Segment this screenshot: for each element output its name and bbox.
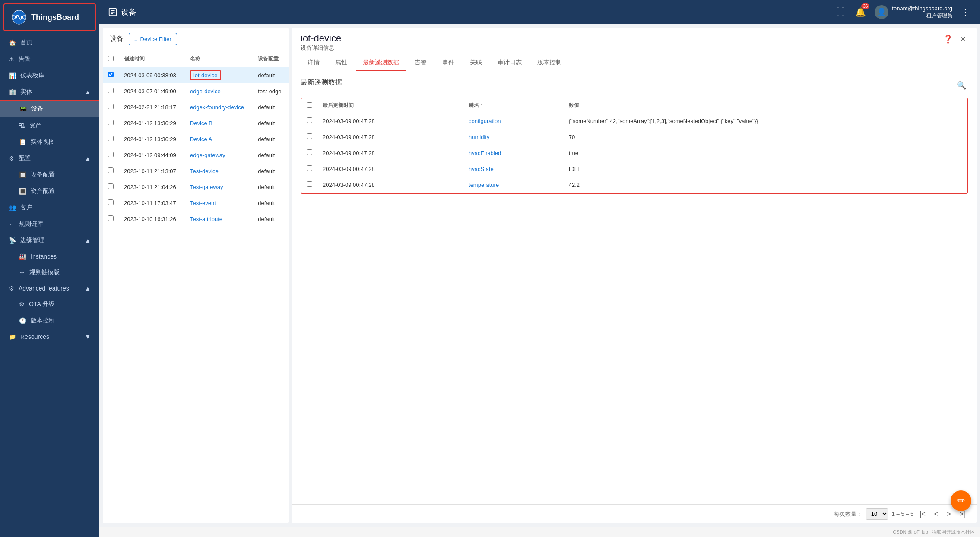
sidebar-group-config[interactable]: ⚙ 配置 ▲ xyxy=(0,150,99,167)
device-name[interactable]: Test-device xyxy=(185,163,253,179)
device-filter-button[interactable]: ≡ Device Filter xyxy=(129,33,177,45)
sidebar-item-devices-label: 设备 xyxy=(31,105,43,113)
device-table-row[interactable]: 2024-01-12 13:36:29Device Adefault xyxy=(103,131,289,147)
next-page-button[interactable]: > xyxy=(944,509,953,519)
tab-最新遥测数据[interactable]: 最新遥测数据 xyxy=(356,55,406,71)
telem-row-checkbox[interactable] xyxy=(307,165,312,171)
device-table-row[interactable]: 2023-10-11 17:03:47Test-eventdefault xyxy=(103,195,289,211)
select-all-checkbox[interactable] xyxy=(108,56,114,61)
sidebar-item-devices[interactable]: 📟 设备 xyxy=(0,100,99,117)
row-checkbox[interactable] xyxy=(108,72,114,77)
device-name[interactable]: Device B xyxy=(185,115,253,131)
device-table-row[interactable]: 2023-10-11 21:04:26Test-gatewaydefault xyxy=(103,179,289,195)
sidebar-item-dashboards[interactable]: 📊 仪表板库 xyxy=(0,67,99,84)
row-checkbox[interactable] xyxy=(108,152,114,157)
sidebar-group-edge-mgmt[interactable]: 📡 边缘管理 ▲ xyxy=(0,232,99,249)
row-checkbox[interactable] xyxy=(108,167,114,173)
telemetry-row[interactable]: 2024-03-09 00:47:28temperature42.2 xyxy=(301,177,967,193)
telem-key: hvacEnabled xyxy=(463,145,564,161)
sidebar-item-alerts[interactable]: ⚠ 告警 xyxy=(0,51,99,67)
device-table-row[interactable]: 2023-10-11 21:13:07Test-devicedefault xyxy=(103,163,289,179)
device-table-row[interactable]: 2024-01-12 13:36:29Device Bdefault xyxy=(103,115,289,131)
user-menu[interactable]: 👤 tenant@thingsboard.org 租户管理员 xyxy=(875,5,952,19)
telem-select-all-checkbox[interactable] xyxy=(307,102,312,108)
device-name[interactable]: edge-device xyxy=(185,83,253,99)
sidebar-item-rule-templates-label: 规则链模版 xyxy=(29,268,60,276)
sidebar-item-asset-profiles[interactable]: 🔳 资产配置 xyxy=(0,183,99,199)
telemetry-row[interactable]: 2024-03-09 00:47:28hvacEnabledtrue xyxy=(301,145,967,161)
row-checkbox[interactable] xyxy=(108,104,114,109)
telem-row-checkbox[interactable] xyxy=(307,133,312,139)
device-table-row[interactable]: 2023-10-10 16:31:26Test-attributedefault xyxy=(103,211,289,227)
sidebar-item-home[interactable]: 🏠 首页 xyxy=(0,35,99,51)
tab-审计日志[interactable]: 审计日志 xyxy=(491,55,529,71)
sidebar-group-entities[interactable]: 🏢 实体 ▲ xyxy=(0,84,99,100)
row-checkbox[interactable] xyxy=(108,120,114,125)
device-created: 2024-01-12 13:36:29 xyxy=(119,115,185,131)
device-table-row[interactable]: 2024-03-07 01:49:00edge-devicetest-edge xyxy=(103,83,289,99)
row-checkbox[interactable] xyxy=(108,183,114,189)
first-page-button[interactable]: |< xyxy=(917,509,928,519)
sidebar-item-assets[interactable]: 🏗 资产 xyxy=(0,117,99,134)
sidebar-item-version-control[interactable]: 🕐 版本控制 xyxy=(0,313,99,329)
user-text: tenant@thingsboard.org 租户管理员 xyxy=(892,5,952,19)
telemetry-row[interactable]: 2024-03-09 00:47:28hvacStateIDLE xyxy=(301,161,967,177)
edit-fab[interactable]: ✏ xyxy=(951,490,971,511)
sidebar-item-entity-views[interactable]: 📋 实体视图 xyxy=(0,134,99,150)
telem-value: true xyxy=(564,145,967,161)
device-name[interactable]: Device A xyxy=(185,131,253,147)
search-telemetry-button[interactable]: 🔍 xyxy=(955,79,968,92)
per-page-select[interactable]: 10 25 50 xyxy=(866,508,888,520)
tab-属性[interactable]: 属性 xyxy=(328,55,354,71)
device-table-row[interactable]: 2024-02-21 21:18:17edgex-foundry-deviced… xyxy=(103,99,289,115)
row-checkbox[interactable] xyxy=(108,199,114,205)
user-role: 租户管理员 xyxy=(892,13,952,19)
telemetry-table-container: 最后更新时间 键名 ↑ 数值 2024-03-09 xyxy=(301,98,968,194)
device-name-highlighted[interactable]: iot-device xyxy=(190,70,221,80)
logo[interactable]: ThingsBoard xyxy=(3,3,96,31)
tab-关联[interactable]: 关联 xyxy=(463,55,489,71)
sidebar-item-instances[interactable]: 🏭 Instances xyxy=(0,249,99,264)
tab-详情[interactable]: 详情 xyxy=(301,55,327,71)
device-name[interactable]: Test-attribute xyxy=(185,211,253,227)
header-actions: ⛶ 🔔 36 👤 tenant@thingsboard.org 租户管理员 ⋮ xyxy=(834,5,971,19)
tab-告警[interactable]: 告警 xyxy=(408,55,434,71)
notifications-button[interactable]: 🔔 36 xyxy=(853,5,868,19)
sidebar-item-device-profiles[interactable]: 🔲 设备配置 xyxy=(0,167,99,183)
device-profile: default xyxy=(253,179,289,195)
sidebar-group-advanced[interactable]: ⚙ Advanced features ▲ xyxy=(0,281,99,296)
row-checkbox[interactable] xyxy=(108,136,114,141)
device-name[interactable]: Test-event xyxy=(185,195,253,211)
device-name[interactable]: Test-gateway xyxy=(185,179,253,195)
row-checkbox[interactable] xyxy=(108,215,114,221)
close-button[interactable]: ✕ xyxy=(958,33,968,46)
sidebar-item-rule-chains[interactable]: ↔ 规则链库 xyxy=(0,216,99,232)
tab-事件[interactable]: 事件 xyxy=(435,55,461,71)
device-table-row[interactable]: 2024-01-12 09:44:09edge-gatewaydefault xyxy=(103,147,289,163)
top-header: 设备 ⛶ 🔔 36 👤 tenant@thingsboard.org 租户管理员… xyxy=(99,0,980,24)
logo-icon xyxy=(11,9,27,25)
telemetry-row[interactable]: 2024-03-09 00:47:28configuration{"someNu… xyxy=(301,113,967,129)
device-name[interactable]: edge-gateway xyxy=(185,147,253,163)
home-icon: 🏠 xyxy=(9,39,16,46)
sidebar-item-customers[interactable]: 👥 客户 xyxy=(0,199,99,216)
device-table-row[interactable]: 2024-03-09 00:38:03iot-devicedefault xyxy=(103,67,289,83)
telem-updated: 2024-03-09 00:47:28 xyxy=(317,161,463,177)
filter-icon: ≡ xyxy=(134,36,138,42)
fullscreen-button[interactable]: ⛶ xyxy=(834,5,847,19)
telem-row-checkbox[interactable] xyxy=(307,181,312,187)
prev-page-button[interactable]: < xyxy=(932,509,941,519)
sidebar-item-ota[interactable]: ⚙ OTA 升级 xyxy=(0,296,99,313)
row-checkbox[interactable] xyxy=(108,88,114,93)
sidebar-item-rule-templates[interactable]: ↔ 规则链模版 xyxy=(0,264,99,281)
telemetry-row[interactable]: 2024-03-09 00:47:28humidity70 xyxy=(301,129,967,145)
more-options-button[interactable]: ⋮ xyxy=(959,5,971,19)
device-name[interactable]: edgex-foundry-device xyxy=(185,99,253,115)
device-profile: default xyxy=(253,163,289,179)
tab-版本控制[interactable]: 版本控制 xyxy=(530,55,568,71)
device-created: 2023-10-11 17:03:47 xyxy=(119,195,185,211)
telem-row-checkbox[interactable] xyxy=(307,149,312,155)
sidebar-group-resources[interactable]: 📁 Resources ▼ xyxy=(0,329,99,344)
help-button[interactable]: ❓ xyxy=(942,33,955,46)
telem-row-checkbox[interactable] xyxy=(307,117,312,123)
